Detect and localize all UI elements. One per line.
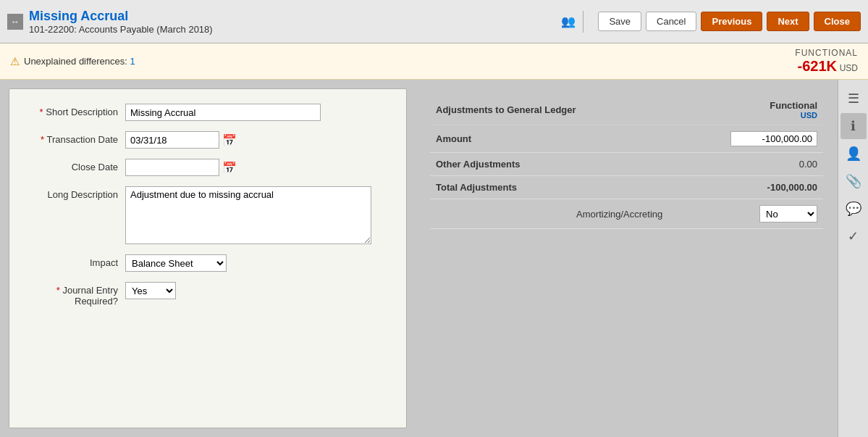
comment-icon-button[interactable]: 💬 <box>840 196 867 222</box>
short-description-label: Short Description <box>24 104 125 117</box>
long-description-row: Long Description Adjustment due to missi… <box>24 186 392 244</box>
save-button[interactable]: Save <box>598 12 641 31</box>
journal-entry-select[interactable]: Yes No <box>125 282 176 299</box>
check-icon-button[interactable]: ✓ <box>840 223 867 249</box>
header: ↔ Missing Accrual 101-22200: Accounts Pa… <box>0 0 868 43</box>
amortizing-cell: No Yes <box>668 199 823 229</box>
amount-cell <box>668 125 823 153</box>
user-icon-button[interactable]: 👥 <box>561 14 576 28</box>
close-date-row: Close Date 📅 <box>24 159 392 176</box>
warning-icon: ⚠ <box>10 55 20 68</box>
main-content: Short Description Transaction Date 📅 Clo… <box>0 80 868 437</box>
amount-row: Amount <box>430 125 823 153</box>
adjustments-table: Adjustments to General Ledger Functional… <box>430 96 823 229</box>
other-adj-label: Other Adjustments <box>430 153 668 176</box>
transaction-date-row: Transaction Date 📅 <box>24 131 392 149</box>
banner-functional: FUNCTIONAL -621K USD <box>795 48 858 75</box>
amount-input[interactable] <box>730 131 817 146</box>
cancel-button[interactable]: Cancel <box>646 12 696 31</box>
banner-text: Unexplained differences: 1 <box>24 56 795 67</box>
users-icon-button[interactable]: 👤 <box>840 141 867 167</box>
next-button[interactable]: Next <box>767 12 809 31</box>
functional-amount: -621K <box>798 58 837 74</box>
info-icon-button[interactable]: ℹ <box>840 113 867 139</box>
amortizing-label: Amortizing/Accreting <box>430 199 668 229</box>
total-adj-label: Total Adjustments <box>430 176 668 199</box>
right-panel: Adjustments to General Ledger Functional… <box>416 88 838 428</box>
transaction-date-input[interactable] <box>125 131 219 149</box>
long-description-input[interactable]: Adjustment due to missing accrual <box>125 186 371 244</box>
banner: ⚠ Unexplained differences: 1 FUNCTIONAL … <box>0 43 868 80</box>
total-adj-value: -100,000.00 <box>668 176 823 199</box>
functional-currency: USD <box>840 63 858 73</box>
transaction-date-wrapper: 📅 <box>125 131 237 149</box>
header-title-block: Missing Accrual 101-22200: Accounts Paya… <box>29 9 555 35</box>
close-date-calendar-button[interactable]: 📅 <box>222 161 237 175</box>
impact-select[interactable]: Balance Sheet Income Statement Both None <box>125 254 227 272</box>
col1-header: Adjustments to General Ledger <box>430 96 668 125</box>
close-button[interactable]: Close <box>814 12 861 31</box>
journal-entry-row: Journal EntryRequired? Yes No <box>24 282 392 307</box>
page-title: Missing Accrual <box>29 9 555 24</box>
other-adj-row: Other Adjustments 0.00 <box>430 153 823 176</box>
journal-entry-label: Journal EntryRequired? <box>24 282 125 307</box>
close-date-label: Close Date <box>24 159 125 172</box>
amortizing-row: Amortizing/Accreting No Yes <box>430 199 823 229</box>
amount-label: Amount <box>430 125 668 153</box>
transaction-date-calendar-button[interactable]: 📅 <box>222 133 237 147</box>
impact-label: Impact <box>24 254 125 268</box>
col2-header: Functional USD <box>668 96 823 125</box>
previous-button[interactable]: Previous <box>701 12 762 31</box>
list-icon-button[interactable]: ☰ <box>840 86 867 112</box>
amortizing-select[interactable]: No Yes <box>759 205 817 222</box>
expand-button[interactable]: ↔ <box>7 14 23 30</box>
unexplained-link[interactable]: 1 <box>130 56 135 67</box>
short-description-row: Short Description <box>24 104 392 121</box>
other-adj-value: 0.00 <box>668 153 823 176</box>
impact-row: Impact Balance Sheet Income Statement Bo… <box>24 254 392 272</box>
long-description-label: Long Description <box>24 186 125 200</box>
close-date-wrapper: 📅 <box>125 159 237 176</box>
divider-1 <box>583 11 583 33</box>
page-subtitle: 101-22200: Accounts Payable (March 2018) <box>29 24 555 35</box>
left-panel: Short Description Transaction Date 📅 Clo… <box>9 88 407 428</box>
close-date-input[interactable] <box>125 159 219 176</box>
header-actions: 👥 Save Cancel Previous Next Close <box>561 11 861 33</box>
attachment-icon-button[interactable]: 📎 <box>840 168 867 194</box>
short-description-input[interactable] <box>125 104 321 121</box>
transaction-date-label: Transaction Date <box>24 131 125 145</box>
functional-label: FUNCTIONAL <box>795 48 858 58</box>
total-adj-row: Total Adjustments -100,000.00 <box>430 176 823 199</box>
sidebar-icons: ☰ ℹ 👤 📎 💬 ✓ <box>838 80 868 437</box>
